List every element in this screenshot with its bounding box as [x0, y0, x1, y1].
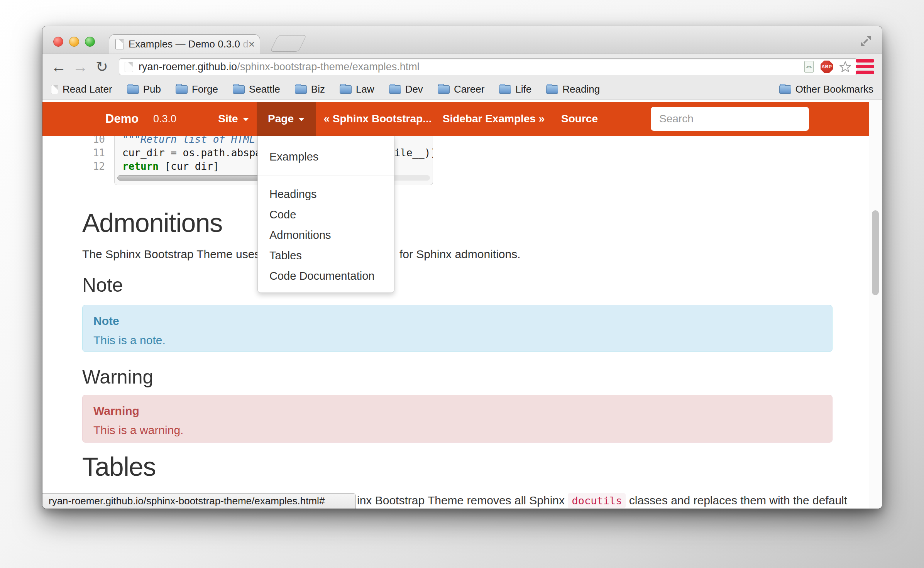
nav-label: Source	[561, 113, 598, 125]
menu-item-examples[interactable]: Examples	[258, 147, 394, 167]
menu-divider	[258, 176, 394, 176]
bookmark-page-icon	[51, 85, 58, 94]
fullscreen-expand-icon[interactable]	[859, 34, 873, 48]
intro-text-left: The Sphinx Bootstrap Theme uses th	[82, 248, 273, 261]
warning-heading: Warning	[82, 366, 153, 388]
window-controls	[53, 37, 95, 47]
bookmark-folder-biz[interactable]: Biz	[295, 83, 325, 95]
bookmark-folder-dev[interactable]: Dev	[389, 83, 423, 95]
address-bar[interactable]: ryan-roemer.github.io/sphinx-bootstrap-t…	[119, 58, 857, 75]
nav-item-site[interactable]: Site	[208, 102, 259, 136]
caret-down-icon	[298, 118, 305, 121]
line-number: 12	[88, 160, 105, 173]
bookmark-star-icon[interactable]	[839, 61, 851, 73]
bookmarks-bar: Read Later Pub Forge Seattle Biz Law Dev	[42, 79, 882, 100]
fragment-post: classes and replaces them with the defau…	[626, 494, 847, 507]
menu-bar-line	[856, 71, 874, 74]
bookmark-folder-seattle[interactable]: Seattle	[233, 83, 280, 95]
warning-admonition-box: Warning This is a warning.	[82, 395, 833, 443]
bookmark-label: Law	[356, 83, 374, 95]
page-dropdown-menu: Examples Headings Code Admonitions Table…	[257, 136, 394, 293]
note-body: This is a note.	[93, 334, 821, 347]
folder-icon	[127, 85, 139, 94]
browser-menu-icon[interactable]	[856, 59, 874, 76]
bookmark-label: Career	[454, 83, 484, 95]
title-bar: Examples — Demo 0.3.0 d ×	[42, 26, 882, 54]
bookmark-folder-forge[interactable]: Forge	[176, 83, 218, 95]
warning-title: Warning	[93, 404, 821, 418]
url-text[interactable]: ryan-roemer.github.io/sphinx-bootstrap-t…	[139, 61, 420, 73]
bookmark-folder-life[interactable]: Life	[499, 83, 531, 95]
nav-item-source[interactable]: Source	[551, 102, 608, 136]
menu-item-admonitions[interactable]: Admonitions	[258, 225, 394, 245]
note-title: Note	[93, 314, 821, 328]
forward-icon[interactable]: →	[69, 59, 91, 74]
tab-favicon-page-icon	[115, 39, 124, 49]
folder-icon	[340, 85, 352, 94]
folder-icon	[499, 85, 511, 94]
nav-item-next-sidebar-examples[interactable]: Sidebar Examples »	[434, 102, 553, 136]
page-content: 10 11 12 """Return list of HTML theme pa…	[42, 100, 882, 509]
caret-down-icon	[243, 118, 249, 121]
tables-intro-fragment: inx Bootstrap Theme removes all Sphinx d…	[357, 494, 847, 507]
bookmark-label: Forge	[192, 83, 218, 95]
folder-icon	[438, 85, 450, 94]
bookmark-label: Biz	[311, 83, 325, 95]
menu-bar-line	[856, 59, 874, 63]
vertical-scrollbar[interactable]	[869, 100, 882, 509]
adblock-plus-icon[interactable]: ABP	[821, 61, 833, 73]
nav-item-prev-sphinx-bootstrap[interactable]: « Sphinx Bootstrap...	[313, 102, 443, 136]
menu-item-code-documentation[interactable]: Code Documentation	[258, 266, 394, 286]
bookmark-folder-law[interactable]: Law	[340, 83, 374, 95]
bookmark-label: Read Later	[63, 83, 112, 95]
other-bookmarks[interactable]: Other Bookmarks	[779, 83, 873, 95]
line-number: 11	[88, 146, 105, 160]
intro-text-right: for Sphinx admonitions.	[399, 248, 521, 261]
new-tab-button[interactable]	[270, 35, 307, 52]
nav-item-page[interactable]: Page	[257, 102, 316, 136]
site-navbar: Demo 0.3.0 Site Page « Sphinx Bootstrap.…	[42, 102, 882, 136]
nav-label: « Sphinx Bootstrap...	[323, 113, 432, 125]
folder-icon	[389, 85, 401, 94]
nav-label: Site	[218, 113, 238, 125]
bookmark-folder-pub[interactable]: Pub	[127, 83, 161, 95]
menu-bar-line	[856, 65, 874, 68]
folder-icon	[779, 85, 791, 94]
bookmark-folder-reading[interactable]: Reading	[546, 83, 600, 95]
tab-close-icon[interactable]: ×	[249, 39, 255, 50]
menu-item-code[interactable]: Code	[258, 205, 394, 225]
admonitions-heading: Admonitions	[82, 208, 222, 238]
folder-icon	[233, 85, 245, 94]
bookmark-read-later[interactable]: Read Later	[51, 83, 112, 95]
minimize-window-button[interactable]	[69, 37, 79, 47]
browser-toolbar: ← → ↻ ryan-roemer.github.io/sphinx-boots…	[42, 54, 882, 79]
folder-icon	[176, 85, 188, 94]
zoom-window-button[interactable]	[85, 37, 95, 47]
folder-icon	[295, 85, 307, 94]
code-return-keyword: return	[122, 161, 159, 172]
reload-icon[interactable]: ↻	[91, 59, 113, 74]
vertical-scrollbar-thumb[interactable]	[872, 210, 879, 295]
bookmark-label: Reading	[562, 83, 600, 95]
tables-heading: Tables	[82, 451, 156, 482]
code-view-icon[interactable]: <>	[804, 61, 814, 73]
back-icon[interactable]: ←	[48, 59, 69, 74]
url-host: ryan-roemer.github.io	[139, 61, 237, 73]
navbar-brand[interactable]: Demo	[105, 102, 139, 136]
search-input[interactable]	[651, 107, 809, 131]
bookmark-folder-career[interactable]: Career	[438, 83, 484, 95]
bookmark-label: Other Bookmarks	[795, 83, 873, 95]
warning-body: This is a warning.	[93, 424, 821, 437]
note-admonition-box: Note This is a note.	[82, 305, 833, 352]
folder-icon	[546, 85, 558, 94]
menu-item-headings[interactable]: Headings	[258, 184, 394, 205]
docutils-inline-code: docutils	[568, 493, 626, 508]
bookmark-label: Seattle	[249, 83, 280, 95]
browser-tab[interactable]: Examples — Demo 0.3.0 d ×	[109, 34, 260, 54]
tab-title-truncated: d	[243, 38, 248, 50]
close-window-button[interactable]	[53, 37, 63, 47]
menu-item-tables[interactable]: Tables	[258, 245, 394, 266]
nav-label: Sidebar Examples »	[443, 113, 545, 125]
bookmark-label: Life	[515, 83, 531, 95]
bookmark-label: Pub	[143, 83, 161, 95]
